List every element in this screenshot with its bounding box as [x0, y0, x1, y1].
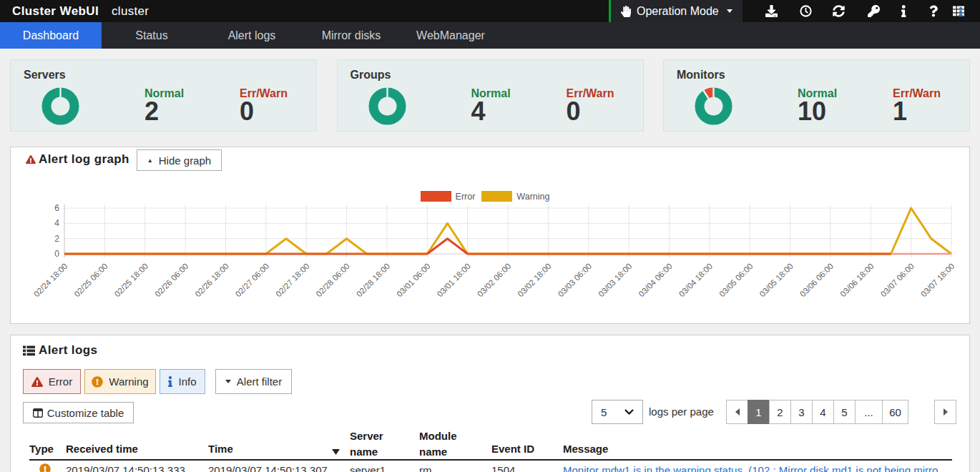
svg-text:03/06 18:00: 03/06 18:00: [838, 262, 875, 298]
svg-text:03/04 18:00: 03/04 18:00: [677, 262, 714, 298]
svg-text:02/28 06:00: 02/28 06:00: [314, 262, 351, 298]
svg-text:0: 0: [54, 249, 59, 259]
svg-text:02/27 06:00: 02/27 06:00: [234, 262, 270, 298]
svg-text:03/01 06:00: 03/01 06:00: [395, 262, 431, 298]
svg-text:02/27 18:00: 02/27 18:00: [274, 262, 310, 298]
svg-text:03/05 18:00: 03/05 18:00: [758, 262, 794, 298]
svg-text:03/02 06:00: 03/02 06:00: [476, 262, 512, 298]
svg-text:6: 6: [54, 203, 59, 213]
svg-text:03/03 18:00: 03/03 18:00: [597, 262, 633, 298]
svg-text:02/25 06:00: 02/25 06:00: [72, 262, 109, 298]
svg-text:4: 4: [54, 218, 59, 228]
svg-text:02/24 18:00: 02/24 18:00: [32, 262, 69, 298]
svg-text:02/28 18:00: 02/28 18:00: [355, 262, 391, 298]
svg-text:03/03 06:00: 03/03 06:00: [557, 262, 593, 298]
svg-text:03/07 06:00: 03/07 06:00: [879, 262, 916, 298]
svg-text:03/04 06:00: 03/04 06:00: [637, 262, 673, 298]
svg-text:2: 2: [54, 234, 59, 244]
svg-text:02/25 18:00: 02/25 18:00: [113, 262, 150, 298]
svg-text:03/05 06:00: 03/05 06:00: [717, 262, 754, 298]
svg-text:03/07 18:00: 03/07 18:00: [919, 262, 956, 298]
svg-text:02/26 06:00: 02/26 06:00: [153, 262, 190, 298]
svg-text:02/26 18:00: 02/26 18:00: [193, 262, 230, 298]
svg-text:03/02 18:00: 03/02 18:00: [516, 262, 552, 298]
svg-text:03/06 06:00: 03/06 06:00: [798, 262, 835, 298]
svg-text:03/01 18:00: 03/01 18:00: [436, 262, 472, 298]
